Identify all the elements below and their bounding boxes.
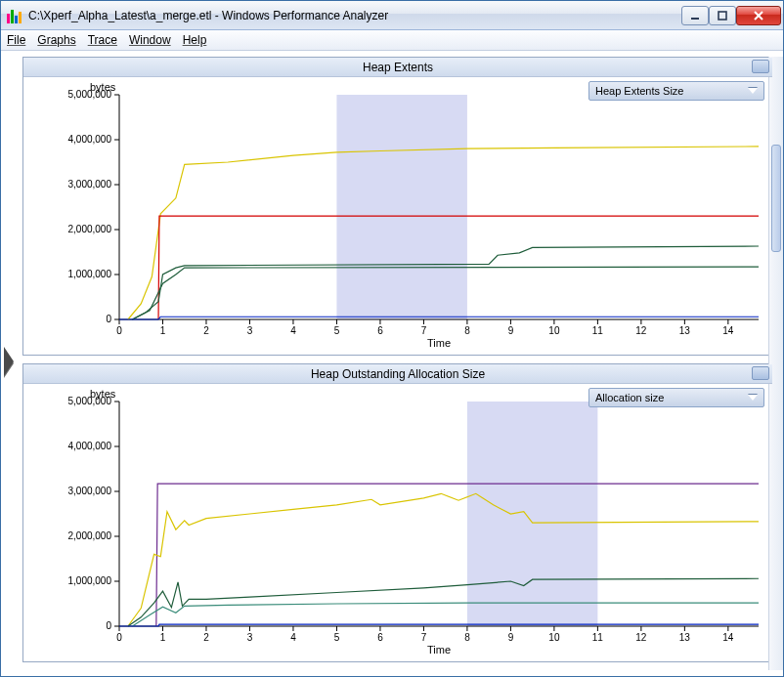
titlebar[interactable]: C:\Xperf_Alpha_Latest\a_merge.etl - Wind… [1, 1, 783, 30]
svg-text:4,000,000: 4,000,000 [68, 441, 112, 451]
chevron-right-icon [2, 345, 16, 382]
svg-text:1: 1 [160, 632, 166, 643]
svg-text:7: 7 [421, 325, 427, 336]
svg-text:4: 4 [290, 325, 296, 336]
svg-text:7: 7 [421, 632, 427, 643]
collapse-button[interactable] [752, 60, 769, 73]
svg-text:12: 12 [635, 325, 647, 336]
panel-title: Heap Outstanding Allocation Size [311, 367, 485, 381]
collapse-button[interactable] [752, 366, 769, 380]
panel-title: Heap Extents [363, 61, 433, 74]
svg-text:10: 10 [548, 325, 560, 336]
menu-window[interactable]: Window [129, 33, 171, 47]
svg-text:14: 14 [722, 632, 734, 643]
chart-heap-outstanding[interactable]: 01,000,0002,000,0003,000,0004,000,0005,0… [43, 386, 764, 657]
svg-text:0: 0 [116, 325, 122, 336]
svg-text:1: 1 [160, 325, 166, 336]
svg-text:8: 8 [464, 632, 470, 643]
svg-text:5,000,000: 5,000,000 [68, 89, 112, 100]
panel-header[interactable]: Heap Extents [23, 58, 772, 77]
legend-label: Heap Extents Size [595, 85, 684, 97]
legend-label: Allocation size [595, 392, 664, 403]
svg-text:2,000,000: 2,000,000 [68, 530, 112, 541]
close-button[interactable] [736, 6, 781, 25]
side-expand-tab[interactable] [1, 343, 17, 384]
minimize-icon [690, 11, 700, 21]
svg-text:5,000,000: 5,000,000 [68, 396, 112, 406]
svg-marker-3 [4, 347, 14, 376]
svg-text:14: 14 [722, 325, 734, 336]
svg-text:2: 2 [203, 325, 209, 336]
svg-text:6: 6 [377, 325, 383, 336]
svg-text:3,000,000: 3,000,000 [68, 486, 112, 496]
svg-text:11: 11 [592, 632, 604, 643]
chart-heap-extents[interactable]: 01,000,0002,000,0003,000,0004,000,0005,0… [43, 79, 764, 351]
svg-text:1,000,000: 1,000,000 [68, 575, 112, 586]
panel-heap-extents: Heap Extents Heap Extents Size bytes 01,… [22, 57, 773, 356]
svg-text:11: 11 [592, 325, 604, 336]
svg-text:13: 13 [679, 325, 691, 336]
menu-graphs[interactable]: Graphs [37, 33, 75, 47]
svg-rect-50 [467, 402, 597, 626]
menu-help[interactable]: Help [183, 33, 207, 47]
panel-header[interactable]: Heap Outstanding Allocation Size [23, 364, 772, 384]
svg-text:3,000,000: 3,000,000 [68, 179, 112, 190]
svg-text:0: 0 [116, 632, 122, 643]
menu-file[interactable]: File [7, 33, 25, 47]
svg-text:Time: Time [427, 644, 451, 656]
svg-text:0: 0 [106, 620, 111, 631]
svg-text:3: 3 [247, 632, 253, 643]
maximize-button[interactable] [709, 6, 736, 25]
svg-text:5: 5 [334, 325, 340, 336]
svg-text:1,000,000: 1,000,000 [68, 269, 112, 279]
svg-text:13: 13 [679, 632, 691, 643]
svg-text:4,000,000: 4,000,000 [68, 134, 112, 145]
svg-text:2,000,000: 2,000,000 [68, 224, 112, 234]
svg-rect-0 [691, 18, 699, 20]
menubar: File Graphs Trace Window Help [1, 30, 783, 51]
svg-rect-4 [336, 95, 466, 319]
svg-rect-1 [719, 12, 726, 20]
svg-text:10: 10 [548, 632, 560, 643]
svg-text:2: 2 [203, 632, 209, 643]
svg-text:0: 0 [106, 314, 111, 324]
legend-dropdown[interactable]: Allocation size [588, 388, 764, 407]
close-icon [753, 11, 764, 21]
svg-text:5: 5 [334, 632, 340, 643]
maximize-icon [718, 11, 727, 21]
svg-text:4: 4 [290, 632, 296, 643]
window-controls [681, 6, 781, 25]
svg-text:9: 9 [508, 632, 514, 643]
client-area: Heap Extents Heap Extents Size bytes 01,… [1, 51, 783, 676]
panel-body: Allocation size bytes 01,000,0002,000,00… [23, 384, 772, 661]
panel-heap-outstanding: Heap Outstanding Allocation Size Allocat… [22, 363, 773, 662]
app-icon [7, 8, 22, 23]
minimize-button[interactable] [681, 6, 709, 25]
svg-text:Time: Time [427, 337, 451, 349]
menu-trace[interactable]: Trace [88, 33, 117, 47]
svg-text:8: 8 [464, 325, 470, 336]
chevron-down-icon [748, 88, 758, 94]
svg-text:6: 6 [377, 632, 383, 643]
legend-dropdown[interactable]: Heap Extents Size [588, 81, 764, 101]
panel-body: Heap Extents Size bytes 01,000,0002,000,… [23, 77, 772, 355]
scrollbar-thumb[interactable] [771, 145, 781, 252]
svg-text:12: 12 [635, 632, 647, 643]
window-title: C:\Xperf_Alpha_Latest\a_merge.etl - Wind… [28, 9, 681, 22]
svg-text:3: 3 [247, 325, 253, 336]
svg-text:9: 9 [508, 325, 514, 336]
app-window: C:\Xperf_Alpha_Latest\a_merge.etl - Wind… [0, 0, 784, 677]
chevron-down-icon [748, 395, 758, 401]
